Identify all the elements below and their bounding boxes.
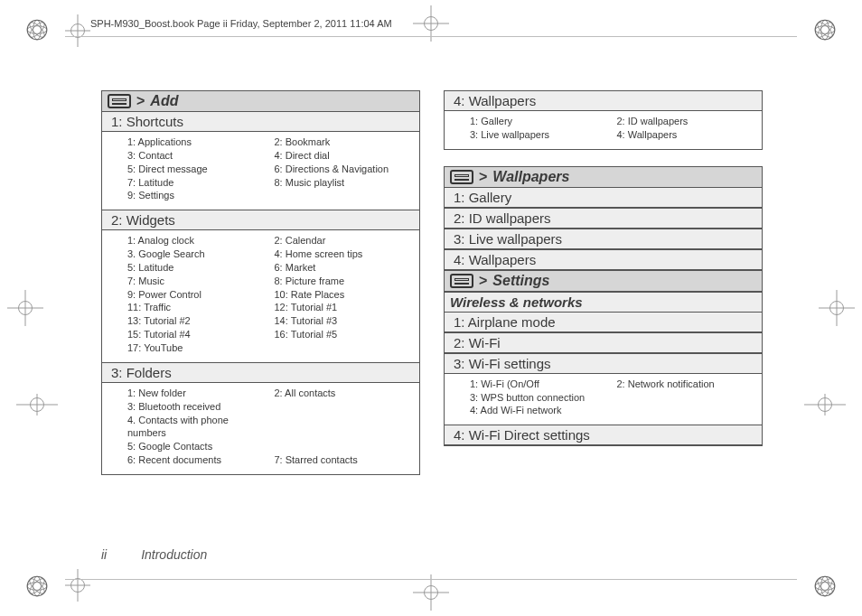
list-item: 8: Picture frame (275, 275, 413, 288)
list-item: 5: Google Contacts (127, 440, 266, 453)
list-item: 2: All contacts (275, 387, 413, 400)
section-name: Introduction (141, 547, 207, 562)
heading-label: Add (150, 93, 178, 109)
list-item (275, 400, 413, 414)
subheading: 2: Wi-Fi (445, 332, 762, 353)
registration-mark-icon (819, 290, 855, 326)
item-list: 1: New folder2: All contacts3: Bluetooth… (102, 383, 419, 474)
crop-line (65, 36, 797, 37)
list-item: 1: Analog clock (127, 234, 266, 247)
list-item: 12: Tutorial #1 (275, 301, 413, 314)
category-heading: Wireless & networks (445, 292, 762, 313)
list-item: 6: Directions & Navigation (275, 163, 413, 176)
list-item: 4: Direct dial (275, 149, 413, 163)
list-item: 2: ID wallpapers (617, 115, 755, 128)
menu-key-icon (450, 170, 473, 184)
list-item: 14: Tutorial #3 (275, 314, 413, 328)
list-item: 5: Latitude (127, 261, 266, 275)
list-item: 1: Gallery (470, 115, 608, 128)
subheading: 1: Airplane mode (445, 313, 762, 332)
subheading: 3: Wi-Fi settings (445, 353, 762, 374)
subheading: 4: Wi-Fi Direct settings (445, 425, 762, 445)
list-item: 2: Bookmark (275, 135, 413, 149)
subheading: 1: Gallery (445, 188, 762, 208)
registration-mark-icon (65, 14, 90, 47)
subheading: 4: Wallpapers (445, 91, 762, 111)
heading-wallpapers: > Wallpapers (445, 167, 762, 188)
list-item: 9: Settings (127, 189, 266, 202)
list-item: 10: Rate Places (275, 288, 413, 302)
breadcrumb-separator: > (479, 169, 487, 185)
list-item: 4: Wallpapers (617, 128, 755, 142)
registration-mark-icon (16, 394, 58, 415)
list-item: 1: New folder (127, 387, 266, 400)
list-item: 6: Market (275, 261, 413, 275)
registration-mark-icon (804, 394, 846, 415)
list-item: 16: Tutorial #5 (275, 328, 413, 341)
list-item: 9: Power Control (127, 288, 266, 302)
running-head: SPH-M930_Boost.book Page ii Friday, Sept… (90, 18, 392, 29)
list-item: 6: Recent documents (127, 453, 266, 467)
crop-line (65, 579, 797, 580)
list-item: 3: Bluetooth received (127, 400, 266, 414)
list-item (275, 189, 413, 202)
list-item (617, 404, 755, 417)
subheading: 2: Widgets (102, 210, 419, 230)
heading-settings: > Settings (445, 270, 762, 292)
list-item: 3: Live wallpapers (470, 128, 608, 142)
list-item: 7: Starred contacts (275, 453, 413, 467)
item-list: 1: Gallery2: ID wallpapers3: Live wallpa… (445, 111, 762, 149)
subheading: 1: Shortcuts (102, 112, 419, 132)
list-item (275, 414, 413, 441)
wallpapers-top-box: 4: Wallpapers 1: Gallery2: ID wallpapers… (444, 90, 763, 150)
subheading: 3: Live wallpapers (445, 229, 762, 249)
list-item (275, 440, 413, 453)
list-item: 1: Wi-Fi (On/Off (470, 378, 608, 391)
list-item: 13: Tutorial #2 (127, 314, 266, 328)
page-number: ii (101, 547, 107, 562)
list-item (617, 391, 755, 405)
list-item: 15: Tutorial #4 (127, 328, 266, 341)
globe-ornament-icon (813, 18, 837, 42)
list-item: 4: Home screen tips (275, 247, 413, 261)
item-list: 1: Analog clock 2: Calendar 3. Google Se… (102, 230, 419, 362)
list-item: 3. Google Search (127, 247, 266, 261)
globe-ornament-icon (813, 574, 837, 598)
list-item: 7: Latitude (127, 176, 266, 190)
breadcrumb-separator: > (136, 93, 145, 109)
list-item (275, 341, 413, 355)
registration-mark-icon (413, 574, 449, 611)
list-item: 4. Contacts with phone numbers (127, 414, 266, 441)
list-item: 8: Music playlist (275, 176, 413, 190)
menu-key-icon (450, 274, 473, 288)
globe-ornament-icon (25, 574, 49, 598)
list-item: 5: Direct message (127, 163, 266, 176)
list-item: 17: YouTube (127, 341, 266, 355)
breadcrumb-separator: > (479, 273, 487, 289)
list-item: 4: Add Wi-Fi network (470, 404, 608, 417)
heading-label: Wallpapers (492, 169, 569, 185)
list-item: 3: WPS button connection (470, 391, 608, 405)
list-item: 2: Network notification (617, 378, 755, 391)
page-footer: ii Introduction (101, 547, 207, 562)
add-box: > Add 1: Shortcuts 1: Applications2: Boo… (101, 90, 420, 475)
list-item: 11: Traffic (127, 301, 266, 314)
list-item: 3: Contact (127, 149, 266, 163)
heading-add: > Add (102, 91, 419, 112)
subheading: 2: ID wallpapers (445, 208, 762, 229)
registration-mark-icon (7, 290, 43, 326)
list-item: 7: Music (127, 275, 266, 288)
menu-key-icon (108, 94, 131, 108)
globe-ornament-icon (25, 18, 49, 42)
wallpapers-settings-box: > Wallpapers 1: Gallery 2: ID wallpapers… (444, 166, 763, 447)
list-item: 2: Calendar (275, 234, 413, 247)
heading-label: Settings (492, 273, 549, 289)
item-list: 1: Applications2: Bookmark3: Contact4: D… (102, 132, 419, 210)
list-item: 1: Applications (127, 135, 266, 149)
registration-mark-icon (65, 569, 90, 602)
item-list: 1: Wi-Fi (On/Off2: Network notification3… (445, 374, 762, 425)
subheading: 3: Folders (102, 362, 419, 383)
subheading: 4: Wallpapers (445, 249, 762, 270)
